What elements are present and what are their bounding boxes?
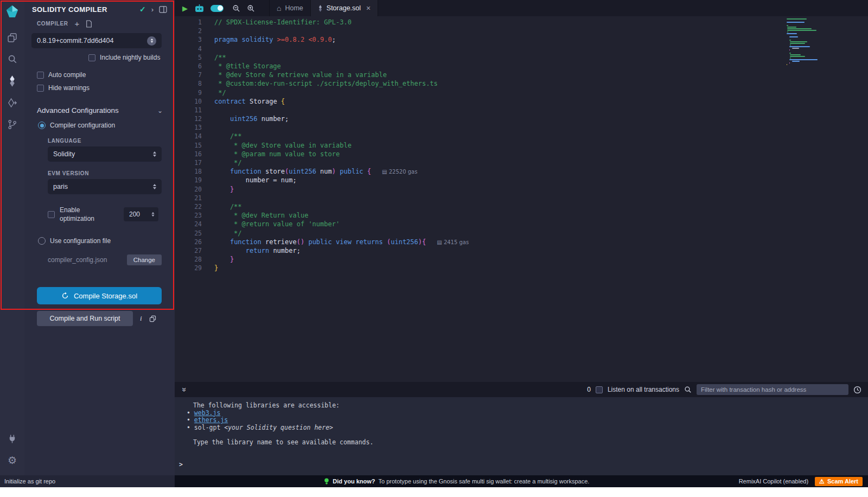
compiler-version-select[interactable]: 0.8.19+commit.7dd6d404 [31, 33, 162, 48]
code-line: 5/** [175, 53, 868, 62]
code-line: 15 * @dev Store value in variable [175, 141, 868, 150]
copilot-status[interactable]: RemixAI Copilot (enabled) [739, 478, 808, 485]
pin-panel-icon[interactable] [159, 6, 167, 13]
zoom-out-icon[interactable] [232, 4, 240, 12]
terminal[interactable]: The following libraries are accessible:•… [175, 397, 868, 475]
code-line: 3pragma solidity >=0.8.2 <0.9.0; [175, 35, 868, 44]
evm-version-select[interactable]: paris [48, 179, 162, 194]
code-line: 28 } [175, 255, 868, 264]
auto-compile-checkbox[interactable] [37, 72, 44, 79]
code-line: 14 /** [175, 132, 868, 141]
remix-ide-window: ⚙ SOLIDITY COMPILER ✓ › COMPILER + 0.8.1… [0, 0, 868, 487]
change-config-button[interactable]: Change [127, 254, 162, 265]
code-line: 8 * @custom:dev-run-script ./scripts/dep… [175, 79, 868, 88]
code-line: 19 number = num; [175, 176, 868, 184]
code-line: 25 */ [175, 229, 868, 238]
remix-logo-icon[interactable] [5, 4, 20, 19]
deploy-run-icon[interactable] [0, 92, 24, 113]
activity-bar: ⚙ [0, 0, 24, 475]
terminal-line [175, 454, 868, 461]
pending-transactions-icon[interactable] [853, 386, 861, 394]
enable-optimization-label: Enable optimization [60, 206, 105, 223]
tab-storage-sol[interactable]: Storage.sol × [311, 0, 378, 16]
compile-success-check-icon: ✓ [139, 5, 146, 14]
terminal-prompt: > [175, 461, 868, 469]
transaction-count: 0 [587, 386, 591, 393]
terminal-line: • sol-gpt <your Solidity question here> [175, 424, 868, 432]
code-line: 9 */ [175, 88, 868, 97]
version-spinner-icon [147, 36, 156, 46]
code-line: 18 function store(uint256 num) public {▤… [175, 167, 868, 176]
chevron-down-icon: ⌄ [157, 107, 163, 114]
home-icon: ⌂ [277, 4, 281, 12]
enable-optimization-checkbox[interactable] [48, 211, 55, 218]
terminal-line: • web3.js [175, 410, 868, 417]
settings-gear-icon[interactable]: ⚙ [0, 449, 24, 471]
select-spinner-icon [153, 151, 156, 157]
scam-alert-badge[interactable]: ⚠ Scam Alert [815, 477, 863, 486]
panel-title: SOLIDITY COMPILER [32, 5, 107, 14]
terminal-line [175, 431, 868, 439]
terminal-line: The following libraries are accessible: [175, 402, 868, 410]
terminal-library-link[interactable]: web3.js [194, 409, 220, 417]
auto-compile-label: Auto compile [48, 71, 86, 79]
compile-and-run-button[interactable]: Compile and Run script [37, 311, 133, 326]
ai-copilot-icon[interactable] [195, 4, 204, 12]
use-configuration-file-radio[interactable] [38, 237, 46, 245]
code-line: 26 function retrieve() public view retur… [175, 238, 868, 246]
listen-transactions-checkbox[interactable] [596, 386, 603, 393]
code-line: 13 [175, 123, 868, 132]
collapse-terminal-icon[interactable]: « [179, 387, 188, 392]
hide-warnings-label: Hide warnings [48, 84, 90, 92]
ai-copilot-toggle[interactable] [210, 5, 224, 12]
git-icon[interactable] [0, 113, 24, 135]
number-spinner-icon [151, 212, 154, 217]
transaction-filter-input[interactable] [697, 384, 848, 395]
open-file-icon[interactable] [86, 20, 92, 28]
did-you-know-label: Did you know? [333, 478, 375, 485]
init-git-repo[interactable]: Initialize as git repo [4, 478, 55, 485]
code-line: 4 [175, 44, 868, 53]
code-editor[interactable]: 1// SPDX-License-Identifier: GPL-3.023pr… [175, 16, 868, 382]
plugin-manager-icon[interactable] [0, 428, 24, 449]
add-compiler-icon[interactable]: + [75, 19, 80, 28]
terminal-search-icon[interactable] [684, 386, 692, 393]
advanced-configurations-header[interactable]: Advanced Configurations ⌄ [24, 106, 175, 114]
code-line: 2 [175, 27, 868, 35]
include-nightly-checkbox[interactable] [88, 54, 95, 61]
code-line: 29} [175, 264, 868, 272]
code-line: 10contract Storage { [175, 97, 868, 106]
hide-warnings-checkbox[interactable] [37, 85, 44, 92]
solidity-compiler-icon[interactable] [0, 70, 24, 92]
terminal-line: Type the library name to see available c… [175, 439, 868, 447]
use-configuration-file-label: Use configuration file [50, 237, 111, 245]
terminal-line [175, 447, 868, 454]
warning-icon: ⚠ [819, 478, 825, 485]
lightbulb-icon [324, 477, 329, 485]
code-line: 20 } [175, 185, 868, 194]
terminal-line: • ethers.js [175, 417, 868, 424]
gas-estimate-badge: ▤ 22520 gas [382, 169, 417, 175]
editor-minimap[interactable] [787, 18, 820, 66]
close-tab-icon[interactable]: × [366, 4, 371, 12]
run-script-play-button[interactable]: ▶ [182, 4, 188, 12]
config-filename: compiler_config.json [48, 256, 107, 264]
compile-button[interactable]: Compile Storage.sol [37, 287, 162, 304]
file-explorer-icon[interactable] [0, 27, 24, 48]
refresh-icon [61, 292, 69, 300]
code-line: 27 return number; [175, 246, 868, 255]
zoom-in-icon[interactable] [247, 4, 255, 12]
language-select[interactable]: Solidity [48, 146, 162, 162]
compiler-configuration-radio[interactable] [38, 122, 46, 129]
tab-home[interactable]: ⌂ Home [269, 0, 311, 16]
search-icon[interactable] [0, 48, 24, 70]
code-line: 11 [175, 106, 868, 114]
info-icon[interactable]: i [140, 314, 142, 323]
optimization-runs-input[interactable]: 200 [124, 207, 158, 221]
copy-icon[interactable] [149, 315, 156, 322]
code-line: 7 * @dev Store & retrieve value in a var… [175, 71, 868, 79]
chevron-right-icon[interactable]: › [151, 5, 154, 14]
terminal-library-link[interactable]: ethers.js [194, 416, 228, 424]
main-area: ▶ ⌂ Home Storage.sol × 1// SPDX-Licens [175, 0, 868, 475]
code-line: 1// SPDX-License-Identifier: GPL-3.0 [175, 18, 868, 27]
